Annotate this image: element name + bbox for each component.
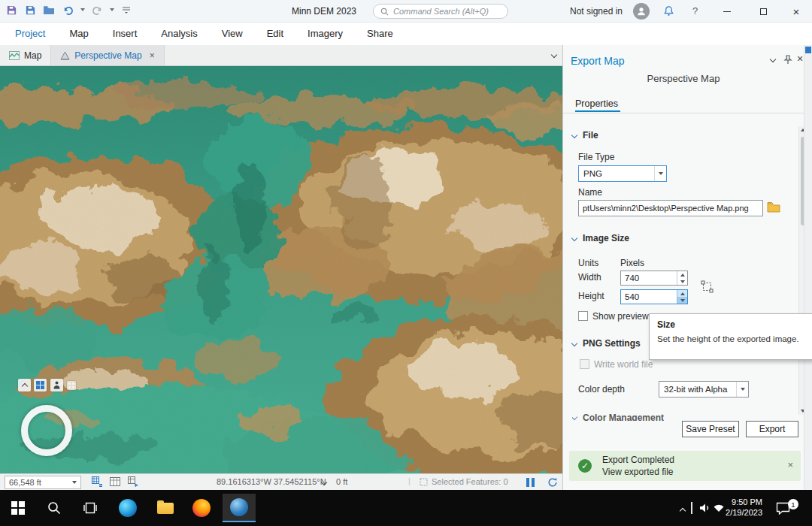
command-search-input[interactable]: Command Search (Alt+Q) xyxy=(373,4,508,19)
panel-divider xyxy=(563,113,804,113)
name-label: Name xyxy=(578,187,602,198)
save-as-icon[interactable] xyxy=(23,3,37,17)
firefox-icon[interactable] xyxy=(192,499,211,517)
date: 2/19/2023 xyxy=(714,507,762,518)
pause-drawing-button[interactable] xyxy=(526,478,535,487)
ribbon-tab-insert[interactable]: Insert xyxy=(101,23,150,45)
file-section-header[interactable]: File xyxy=(583,130,598,141)
view-tab-map[interactable]: Map xyxy=(0,45,50,65)
selected-features-count[interactable]: Selected Features: 0 xyxy=(432,477,508,486)
overlay-layout-button[interactable] xyxy=(67,381,76,390)
ribbon-tab-project[interactable]: Project xyxy=(3,23,57,45)
save-icon[interactable] xyxy=(5,3,18,17)
overlay-expand-button[interactable] xyxy=(18,379,31,391)
width-label: Width xyxy=(578,272,601,283)
ribbon-tab-map[interactable]: Map xyxy=(57,23,100,45)
size-tooltip: Size Set the height of the exported imag… xyxy=(649,313,812,360)
quick-access-toolbar xyxy=(5,3,133,17)
title-bar: Minn DEM 2023 Command Search (Alt+Q) Not… xyxy=(0,0,812,23)
close-window-button[interactable]: × xyxy=(782,0,810,23)
taskbar-clock[interactable]: 9:50 PM 2/19/2023 xyxy=(714,497,762,518)
image-size-section-header[interactable]: Image Size xyxy=(583,233,629,243)
file-explorer-icon[interactable] xyxy=(156,499,174,517)
map-icon xyxy=(9,51,20,60)
undo-button[interactable] xyxy=(61,3,74,17)
image-size-section-chevron-icon[interactable] xyxy=(571,235,577,241)
task-view-icon[interactable] xyxy=(81,499,99,517)
taskbar-search-icon[interactable] xyxy=(45,499,63,517)
show-preview-checkbox[interactable] xyxy=(578,311,588,321)
arcgis-pro-taskbar-button[interactable] xyxy=(223,494,256,522)
png-settings-chevron-icon[interactable] xyxy=(571,340,577,346)
write-world-file-checkbox[interactable] xyxy=(580,359,589,369)
units-label: Units xyxy=(578,258,598,268)
file-type-dropdown[interactable]: PNG xyxy=(578,165,667,182)
pin-icon[interactable] xyxy=(783,55,792,67)
minimize-button[interactable] xyxy=(713,0,741,23)
tab-strip-chevron-icon[interactable] xyxy=(551,52,557,58)
height-up-icon[interactable] xyxy=(677,290,687,297)
ribbon-tab-view[interactable]: View xyxy=(210,23,255,45)
scale-dropdown[interactable]: 66,548 ft xyxy=(5,476,81,489)
png-settings-header[interactable]: PNG Settings xyxy=(583,338,641,349)
start-button[interactable] xyxy=(9,499,27,517)
redo-dropdown-icon[interactable] xyxy=(110,8,114,11)
save-preset-button[interactable]: Save Preset xyxy=(682,421,739,437)
redo-button[interactable] xyxy=(90,3,104,17)
overlay-grid-button[interactable] xyxy=(34,379,47,391)
close-tab-icon[interactable]: × xyxy=(150,50,155,61)
ribbon-tab-bar: Project Map Insert Analysis View Edit Im… xyxy=(0,23,812,45)
statusbar-divider: | xyxy=(408,476,411,485)
show-preview-label: Show preview xyxy=(592,311,649,322)
maximize-button[interactable] xyxy=(749,0,777,23)
width-up-icon[interactable] xyxy=(677,271,687,278)
customize-toolbar-icon[interactable] xyxy=(120,3,133,17)
toast-close-icon[interactable]: × xyxy=(787,459,793,470)
units-value[interactable]: Pixels xyxy=(620,258,644,268)
color-depth-dropdown[interactable]: 32-bit with Alpha xyxy=(659,381,749,398)
panel-collapse-chevron-icon[interactable] xyxy=(770,56,776,62)
perspective-map-icon xyxy=(60,51,70,60)
width-down-icon[interactable] xyxy=(677,278,687,285)
properties-tab-underline xyxy=(575,110,620,112)
color-management-section-header[interactable]: Color Management xyxy=(572,413,664,421)
layout-grid-icon[interactable] xyxy=(128,476,138,488)
selection-grid-icon[interactable] xyxy=(92,476,102,488)
map-3d-view[interactable] xyxy=(0,66,562,473)
success-check-icon: ✓ xyxy=(578,459,592,473)
width-spinner[interactable]: 740 xyxy=(620,271,688,286)
aspect-ratio-icon[interactable] xyxy=(701,280,714,295)
tab-properties[interactable]: Properties xyxy=(575,98,618,109)
toast-view-file-link[interactable]: View exported file xyxy=(602,467,674,477)
ribbon-tab-edit[interactable]: Edit xyxy=(255,23,295,45)
table-icon[interactable] xyxy=(110,476,120,488)
ribbon-tab-share[interactable]: Share xyxy=(355,23,405,45)
edge-icon[interactable] xyxy=(119,499,137,517)
refresh-view-button[interactable] xyxy=(547,477,558,489)
panel-close-icon[interactable]: × xyxy=(797,53,803,65)
file-section-chevron-icon[interactable] xyxy=(571,132,577,138)
height-spinner[interactable]: 540 xyxy=(620,289,688,304)
height-down-icon[interactable] xyxy=(677,297,687,304)
name-input[interactable] xyxy=(578,200,763,216)
toast-title: Export Completed xyxy=(602,455,674,465)
help-icon[interactable]: ? xyxy=(692,5,698,17)
gutter-accent xyxy=(805,47,811,53)
tray-separator xyxy=(691,502,692,514)
notifications-bell-icon[interactable] xyxy=(663,5,674,19)
ribbon-tab-imagery[interactable]: Imagery xyxy=(295,23,355,45)
selected-features-icon xyxy=(420,478,429,488)
panel-subtitle: Perspective Map xyxy=(563,73,804,84)
sign-in-status[interactable]: Not signed in xyxy=(570,6,623,17)
export-button[interactable]: Export xyxy=(746,421,798,437)
ribbon-tab-analysis[interactable]: Analysis xyxy=(149,23,209,45)
open-project-icon[interactable] xyxy=(42,3,56,17)
overlay-locate-button[interactable] xyxy=(50,379,63,391)
undo-dropdown-icon[interactable] xyxy=(80,8,85,11)
volume-icon[interactable] xyxy=(699,503,711,515)
avatar[interactable] xyxy=(633,3,650,20)
view-tab-perspective-map[interactable]: Perspective Map × xyxy=(50,45,164,65)
tray-show-hidden-icons-chevron[interactable] xyxy=(680,505,685,515)
compass-ring[interactable] xyxy=(21,405,72,456)
browse-folder-icon[interactable] xyxy=(767,201,780,215)
